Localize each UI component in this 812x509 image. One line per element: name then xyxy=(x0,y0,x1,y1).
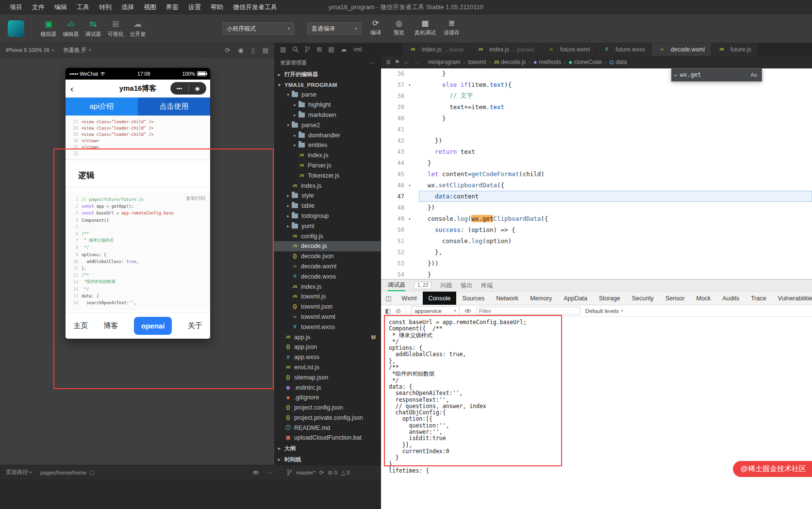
debugger-tab[interactable]: 调试器 xyxy=(388,279,405,291)
log-levels-select[interactable]: Default levels ▾ xyxy=(585,308,623,314)
tree-item[interactable]: {}towxml.json xyxy=(274,302,381,312)
split-icon[interactable]: ⊞ xyxy=(316,46,322,52)
page-path-label[interactable]: 页面路径 xyxy=(6,469,28,476)
breadcrumb-item[interactable]: ◆cloneCode xyxy=(569,59,602,66)
menu-item[interactable]: 选择 xyxy=(116,0,139,15)
tree-item[interactable]: JSapp.jsM xyxy=(274,332,381,342)
action-button-preview[interactable]: ◎预览 xyxy=(391,19,407,36)
console-output[interactable]: const baseUrl = app.remoteConfig.baseUrl… xyxy=(381,316,812,509)
bookmark-icon[interactable]: ⚑ xyxy=(395,59,400,66)
context-select[interactable]: appservice ▾ xyxy=(411,306,460,315)
panel-icon[interactable]: ▤ xyxy=(328,46,334,52)
tree-item[interactable]: JSindex.js xyxy=(274,150,381,161)
breadcrumb-item[interactable]: miniprogram xyxy=(428,59,461,66)
files-icon[interactable]: ▥ xyxy=(280,46,286,52)
debugger-tab[interactable]: 终端 xyxy=(481,279,493,291)
panel-toggle-icon[interactable]: ◧ xyxy=(385,307,391,314)
editor-tab[interactable]: ‹›future.wxml xyxy=(541,43,597,56)
tree-item[interactable]: JSTokenizer.js xyxy=(274,170,381,181)
menu-item[interactable]: 项目 xyxy=(5,0,27,15)
menu-item[interactable]: 设置 xyxy=(183,0,206,15)
mode-select[interactable]: 小程序模式 ▾ xyxy=(222,22,294,35)
menu-item[interactable]: 界面 xyxy=(161,0,183,15)
menu-item[interactable]: 帮助 xyxy=(206,0,228,15)
timeline-section[interactable]: ▸ 时间线 xyxy=(274,454,381,465)
devtools-tab[interactable]: Memory xyxy=(524,292,558,305)
toolbar-button-debugger[interactable]: ⇆调试器 xyxy=(82,19,104,38)
tabbar-item[interactable]: openai xyxy=(134,317,172,335)
more-icon[interactable]: ⋯ xyxy=(267,469,273,476)
tree-item[interactable]: ‹›towxml.wxml xyxy=(274,312,381,322)
tree-item[interactable]: #towxml.wxss xyxy=(274,322,381,332)
copy-path-icon[interactable]: ▢ xyxy=(89,469,94,476)
clear-console-icon[interactable]: ⊘ xyxy=(396,307,401,314)
open-editors-section[interactable]: ▸ 打开的编辑器 xyxy=(274,69,381,80)
errors-indicator[interactable]: ⊘ 0 xyxy=(328,469,337,476)
match-case-toggle[interactable]: Aa xyxy=(751,72,762,78)
tree-item[interactable]: {}decode.json xyxy=(274,251,381,262)
cloud-icon[interactable]: ☁ xyxy=(341,46,347,52)
back-icon[interactable]: ‹ xyxy=(70,84,73,93)
branch-icon[interactable] xyxy=(287,469,292,476)
tree-item[interactable]: JSParser.js xyxy=(274,161,381,171)
eye-icon[interactable] xyxy=(464,309,471,313)
exit-target-icon[interactable]: ◉ xyxy=(189,82,207,95)
tree-item[interactable]: ▸yuml xyxy=(274,221,381,231)
toolbar-button-visual[interactable]: ⊞可视化 xyxy=(104,19,127,38)
editor-tab[interactable]: JSfuture.js xyxy=(712,43,758,56)
more-actions-icon[interactable]: ⋯ xyxy=(369,60,375,66)
breadcrumb-item[interactable]: towxml xyxy=(468,59,486,66)
outline-section[interactable]: ▸ 大纲 xyxy=(274,443,381,454)
editor-tab[interactable]: ‹›decode.wxml xyxy=(652,43,712,56)
fold-arrow-icon[interactable]: ▾ xyxy=(404,216,415,221)
nav-back-icon[interactable]: ← xyxy=(404,58,410,66)
sync-icon[interactable]: ⟳ xyxy=(319,469,324,476)
devtools-tab[interactable]: Mock xyxy=(690,292,716,305)
warnings-indicator[interactable]: △ 0 xyxy=(341,469,350,476)
ml-icon[interactable]: ‹ml xyxy=(353,46,362,52)
dock-side-icon[interactable]: ◫ xyxy=(381,292,396,305)
hot-reload-toggle[interactable]: 热重载 开▾ xyxy=(64,47,91,54)
find-input[interactable]: wx.get xyxy=(680,71,701,78)
screenshot-icon[interactable]: ▤ xyxy=(263,47,268,54)
devtools-tab[interactable]: Wxml xyxy=(396,292,422,305)
toolbar-button-editor[interactable]: ‹/›编辑器 xyxy=(60,19,82,38)
tree-item[interactable]: ▸domhandler xyxy=(274,130,381,140)
page-tab[interactable]: 点击使用 xyxy=(138,98,210,115)
action-button-remote-debug[interactable]: ▦真机调试 xyxy=(414,19,436,36)
tree-item[interactable]: ▸highlight xyxy=(274,100,381,110)
tree-item[interactable]: ▸todogroup xyxy=(274,211,381,221)
menu-item[interactable]: 视图 xyxy=(139,0,161,15)
branch-icon[interactable] xyxy=(305,46,310,52)
devtools-tab[interactable]: Network xyxy=(490,292,524,305)
menu-item[interactable]: 微信开发者工具 xyxy=(228,0,282,15)
record-icon[interactable]: ◉ xyxy=(238,47,243,54)
devtools-tab[interactable]: Sources xyxy=(456,292,490,305)
debugger-tab[interactable]: 问题 xyxy=(440,279,452,291)
devtools-tab[interactable]: Trace xyxy=(745,292,772,305)
device-icon[interactable]: ▯ xyxy=(251,47,255,54)
breadcrumb-item[interactable]: ◆methods xyxy=(533,59,561,66)
expand-icon[interactable]: ▸ xyxy=(672,72,680,78)
tree-item[interactable]: ▸markdown xyxy=(274,110,381,120)
toolbar-button-simulator[interactable]: ▣模拟器 xyxy=(37,19,60,38)
avatar[interactable] xyxy=(8,20,24,37)
devtools-tab[interactable]: Audits xyxy=(716,292,745,305)
compile-mode-select[interactable]: 普通编译 ▾ xyxy=(307,22,362,35)
fold-arrow-icon[interactable]: ▾ xyxy=(404,183,415,188)
breadcrumb-item[interactable]: ▢data xyxy=(610,59,627,66)
toolbar-button-clouddev[interactable]: ☁云开发 xyxy=(127,19,149,38)
tree-item[interactable]: #app.wxss xyxy=(274,352,381,362)
tree-item[interactable]: ◆.gitignore xyxy=(274,393,381,403)
watch-icon[interactable] xyxy=(252,470,259,475)
menu-item[interactable]: 工具 xyxy=(72,0,94,15)
tree-item[interactable]: JSindex.js xyxy=(274,181,381,191)
devtools-tab[interactable]: Sensor xyxy=(660,292,691,305)
menu-item[interactable]: 编辑 xyxy=(50,0,72,15)
tabbar-item[interactable]: 主页 xyxy=(73,321,88,330)
tree-item[interactable]: ▾parse xyxy=(274,90,381,100)
devtools-tab[interactable]: AppData xyxy=(558,292,593,305)
tree-item[interactable]: ‹›decode.wxml xyxy=(274,262,381,272)
page-tab[interactable]: api介绍 xyxy=(66,98,138,115)
rotate-icon[interactable]: ⟳ xyxy=(225,47,230,54)
